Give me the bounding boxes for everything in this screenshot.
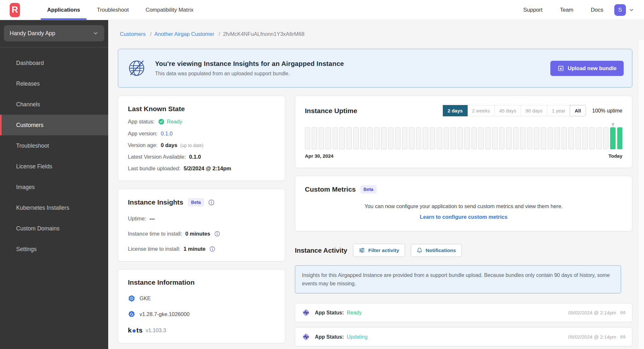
license-install-value: 1 minute (183, 246, 205, 252)
uptime-bar[interactable] (555, 127, 560, 149)
uptime-bar[interactable] (458, 127, 463, 149)
uptime-bar[interactable] (596, 127, 601, 149)
uptime-bar[interactable] (347, 127, 352, 149)
uptime-bar[interactable] (360, 127, 366, 149)
sidebar-item[interactable]: Channels (0, 94, 108, 115)
uptime-bar[interactable] (339, 127, 345, 149)
uptime-bar[interactable] (568, 127, 574, 149)
uptime-bar[interactable] (305, 127, 310, 149)
uptime-bar[interactable] (562, 127, 567, 149)
filter-activity-button[interactable]: Filter activity (353, 244, 405, 257)
uptime-bar[interactable] (430, 127, 435, 149)
uptime-bar[interactable] (326, 127, 331, 149)
activity-event-row[interactable]: App Status: Updating 05/02/2024 @ 2:14pm (295, 327, 632, 346)
custom-metrics-card: Custom Metrics Beta You can now configur… (295, 176, 632, 231)
link-icon[interactable] (620, 310, 626, 315)
uptime-bar[interactable] (402, 127, 407, 149)
uptime-bar[interactable] (416, 127, 421, 149)
uptime-bar[interactable] (472, 127, 477, 149)
topbar-link[interactable]: Docs (591, 7, 603, 13)
uptime-bar[interactable] (409, 127, 414, 149)
sidebar-item[interactable]: Custom Domains (0, 218, 108, 239)
uptime-bar[interactable] (617, 127, 622, 149)
uptime-bar[interactable] (374, 127, 379, 149)
uptime-bar[interactable] (527, 127, 532, 149)
breadcrumb-item[interactable]: 2fvMcK4NFuALfnonn1Y3xA6rM68 (223, 31, 304, 37)
upload-new-bundle-button[interactable]: Upload new bundle (550, 61, 624, 76)
uptime-bar[interactable] (610, 127, 615, 149)
sidebar-item[interactable]: Dashboard (0, 53, 108, 73)
uptime-bar[interactable] (506, 127, 511, 149)
scrollbar-track[interactable] (638, 40, 644, 349)
link-icon[interactable] (620, 334, 626, 340)
uptime-bar[interactable] (520, 127, 525, 149)
uptime-bar[interactable] (513, 127, 518, 149)
breadcrumb: Customers Another Airgap Customer 2fvMcK… (120, 31, 632, 37)
sidebar-item[interactable]: Troubleshoot (0, 135, 108, 156)
right-column: Instance Uptime 2 days 2 weeks 45 days (295, 96, 632, 346)
topbar-nav-label: Troubleshoot (97, 7, 129, 13)
avatar[interactable]: S (614, 4, 626, 16)
uptime-bar[interactable] (312, 127, 317, 149)
info-icon[interactable] (208, 199, 215, 206)
uptime-bar[interactable] (388, 127, 393, 149)
sidebar-item[interactable]: Settings (0, 239, 108, 259)
app-selector[interactable]: Handy Dandy App (4, 25, 104, 41)
uptime-bar[interactable] (603, 127, 608, 149)
uptime-range-button[interactable]: 1 year (547, 105, 570, 116)
topbar-nav-item[interactable]: Compatibility Matrix (137, 0, 202, 20)
topbar-link[interactable]: Support (523, 7, 543, 13)
uptime-bar[interactable] (464, 127, 470, 149)
uptime-bar[interactable] (367, 127, 372, 149)
topbar-link[interactable]: Team (560, 7, 574, 13)
topbar-nav-item[interactable]: Troubleshoot (88, 0, 137, 20)
uptime-bar[interactable] (582, 127, 587, 149)
uptime-range-button[interactable]: All (570, 105, 586, 116)
uptime-range-button[interactable]: 2 days (443, 105, 468, 116)
app-version-value[interactable]: 0.1.0 (161, 131, 173, 137)
uptime-range-button[interactable]: 2 weeks (467, 105, 495, 116)
uptime-bar[interactable] (444, 127, 449, 149)
configure-metrics-link[interactable]: Learn to configure custom metrics (305, 214, 622, 220)
uptime-bar[interactable] (499, 127, 504, 149)
uptime-bar[interactable] (437, 127, 442, 149)
uptime-bar[interactable] (541, 127, 546, 149)
uptime-bar[interactable] (319, 127, 324, 149)
filter-activity-label: Filter activity (368, 248, 399, 253)
uptime-bar[interactable] (492, 127, 497, 149)
sidebar-item[interactable]: Kubernetes Installers (0, 197, 108, 218)
event-timestamp: 05/02/2024 @ 2:14pm (568, 310, 616, 315)
uptime-bar[interactable] (381, 127, 386, 149)
uptime-bar[interactable] (451, 127, 456, 149)
sidebar-item[interactable]: License Fields (0, 156, 108, 177)
uptime-bar[interactable] (485, 127, 491, 149)
uptime-bar[interactable] (576, 127, 581, 149)
account-menu[interactable]: S (614, 4, 634, 16)
uptime-range-button[interactable]: 45 days (494, 105, 521, 116)
app-version-row: App version: 0.1.0 (128, 131, 275, 137)
replicated-logo[interactable]: R (10, 3, 20, 17)
uptime-bar[interactable] (478, 127, 483, 149)
topbar-nav-item[interactable]: Applications (39, 0, 88, 20)
uptime-bar[interactable] (589, 127, 595, 149)
uptime-bar[interactable] (395, 127, 400, 149)
info-icon[interactable] (214, 231, 220, 237)
uptime-bars (305, 127, 622, 149)
activity-event-row[interactable]: App Status: Ready 05/02/2024 @ 2:14pm (295, 303, 632, 322)
uptime-bar[interactable] (423, 127, 428, 149)
sidebar-item[interactable]: Images (0, 177, 108, 197)
version-age-value: 0 days (161, 142, 177, 148)
sidebar-item[interactable]: Releases (0, 73, 108, 94)
sidebar-item[interactable]: Customers (0, 115, 108, 135)
pulse-icon (302, 308, 310, 317)
notifications-button[interactable]: Notifications (411, 244, 462, 257)
breadcrumb-item[interactable]: Customers (120, 31, 154, 37)
uptime-range-button[interactable]: 90 days (521, 105, 547, 116)
breadcrumb-item[interactable]: Another Airgap Customer (154, 31, 223, 37)
uptime-bar[interactable] (333, 127, 338, 149)
info-icon[interactable] (209, 246, 215, 252)
uptime-bar[interactable] (353, 127, 358, 149)
uptime-bar[interactable] (534, 127, 539, 149)
uptime-bar[interactable] (548, 127, 553, 149)
topbar-nav-label: Applications (47, 7, 80, 13)
